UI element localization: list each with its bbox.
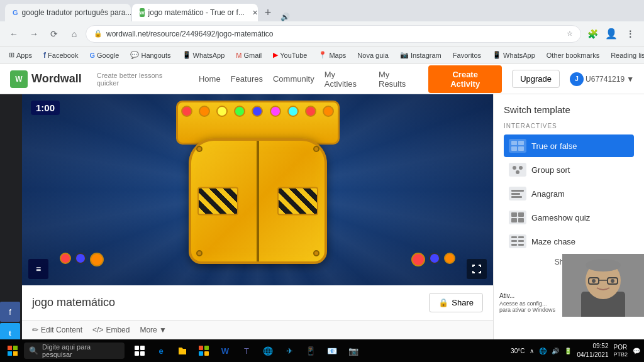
- bookmark-reading-list[interactable]: Reading list: [607, 50, 644, 60]
- whatsapp2-label: WhatsApp: [503, 52, 535, 59]
- template-gameshow-quiz[interactable]: Gameshow quiz: [504, 206, 634, 229]
- nav-home[interactable]: Home: [199, 74, 221, 84]
- lock-icon: 🔒: [94, 30, 103, 38]
- address-bar[interactable]: 🔒 wordwall.net/resource/24496492/jogo-ma…: [86, 25, 581, 43]
- webcam-overlay: [562, 254, 644, 317]
- profile-button[interactable]: 👤: [602, 25, 620, 43]
- google-label: Google: [97, 52, 119, 59]
- create-activity-button[interactable]: Create Activity: [428, 65, 502, 93]
- bookmark-hangouts[interactable]: 💬 Hangouts: [126, 50, 174, 60]
- star-icon[interactable]: ☆: [567, 30, 573, 38]
- interactives-label: INTERACTIVES: [504, 123, 634, 129]
- bookmark-maps[interactable]: 📍 Maps: [314, 50, 350, 60]
- user-id: U67741219: [586, 75, 625, 84]
- bookmark-whatsapp[interactable]: 📱 WhatsApp: [179, 50, 229, 60]
- extensions-button[interactable]: 🧩: [584, 25, 601, 43]
- template-maze-chase[interactable]: Maze chase: [504, 230, 634, 253]
- back-button[interactable]: ←: [5, 25, 23, 43]
- bookmark-apps[interactable]: ⊞ Apps: [5, 50, 36, 60]
- bookmarks-bar: ⊞ Apps f Facebook G Google 💬 Hangouts 📱 …: [0, 47, 644, 64]
- start-button[interactable]: [4, 342, 21, 359]
- game-title: jogo matemático: [32, 296, 423, 309]
- share-button[interactable]: 🔒 Share: [429, 293, 483, 312]
- template-group-sort[interactable]: Group sort: [504, 158, 634, 181]
- crown-gem-2: [199, 106, 210, 117]
- activate-windows-notice: Ativ... Acesse as config... para ativar …: [493, 288, 562, 317]
- taskbar-app-chrome[interactable]: 🌐: [258, 341, 278, 361]
- bookmark-instagram[interactable]: 📷 Instagram: [396, 50, 445, 60]
- maze-icon: [511, 236, 524, 246]
- taskbar-app-camera[interactable]: 📷: [343, 341, 364, 361]
- activate-line2: Acesse as config... para ativar o Window…: [499, 300, 556, 313]
- bookmark-other[interactable]: Other bookmarks: [543, 50, 603, 60]
- taskbar-app-store[interactable]: [194, 341, 214, 361]
- webcam-person: [562, 254, 644, 317]
- crown-gem-9: [323, 106, 334, 117]
- bookmark-nova-guia[interactable]: Nova guia: [353, 50, 392, 60]
- facebook-share-button[interactable]: f: [0, 302, 20, 322]
- tray-time[interactable]: 09:52 04/11/2021: [577, 342, 608, 359]
- door-seam: [257, 141, 259, 261]
- bookmark-youtube[interactable]: ▶ YouTube: [269, 50, 311, 60]
- svg-rect-39: [204, 346, 209, 350]
- anagram-icon: [511, 189, 524, 199]
- taskbar-app-mail[interactable]: 📧: [322, 341, 342, 361]
- template-label-group-sort: Group sort: [531, 165, 570, 175]
- tray-notification[interactable]: 💬: [633, 348, 640, 354]
- taskbar-app-task-view[interactable]: [130, 341, 150, 361]
- whatsapp-label: WhatsApp: [193, 52, 225, 59]
- game-menu-button[interactable]: ≡: [28, 259, 48, 279]
- taskbar-search[interactable]: 🔍 Digite aqui para pesquisar: [24, 343, 125, 359]
- bookmark-favoritos[interactable]: Favoritos: [449, 50, 485, 60]
- fullscreen-button[interactable]: [467, 259, 487, 279]
- menu-button[interactable]: ⋮: [621, 25, 639, 43]
- template-anagram[interactable]: Anagram: [504, 182, 634, 205]
- facebook-share-icon: f: [9, 307, 11, 317]
- user-account[interactable]: J U67741219 ▼: [570, 72, 634, 86]
- upgrade-button[interactable]: Upgrade: [512, 70, 560, 88]
- gmail-icon: M: [236, 52, 242, 59]
- hangouts-icon: 💬: [130, 51, 139, 59]
- instagram-label: Instagram: [411, 52, 441, 59]
- taskbar-app-telegram[interactable]: ✈: [279, 341, 299, 361]
- wordwall-logo[interactable]: W Wordwall: [10, 70, 82, 88]
- taskbar-app-whatsapp[interactable]: 📱: [301, 341, 321, 361]
- template-icon-maze: [509, 234, 526, 248]
- wordwall-logo-icon: W: [10, 70, 28, 88]
- lock-icon-share: 🔒: [438, 298, 448, 307]
- taskbar-search-icon: 🔍: [29, 346, 38, 355]
- tab-favicon-2: W: [140, 8, 145, 17]
- forward-button[interactable]: →: [25, 25, 43, 43]
- reload-button[interactable]: ⟳: [45, 25, 63, 43]
- nav-my-results[interactable]: My Results: [379, 70, 418, 89]
- taskbar-app-teams[interactable]: T: [236, 341, 257, 361]
- twitter-share-button[interactable]: t: [0, 323, 20, 339]
- taskbar-app-edge[interactable]: e: [151, 341, 171, 361]
- taskbar-app-explorer[interactable]: [172, 341, 192, 361]
- bookmark-whatsapp2[interactable]: 📱 WhatsApp: [489, 50, 539, 60]
- tab-close-2[interactable]: ✕: [252, 9, 258, 17]
- bottom-orbs-left: [60, 253, 104, 266]
- bookmark-google[interactable]: G Google: [86, 50, 123, 60]
- nav-my-activities[interactable]: My Activities: [325, 70, 369, 89]
- taskbar-app-word[interactable]: W: [215, 341, 235, 361]
- svg-rect-41: [204, 351, 209, 356]
- tab-google-tradutor[interactable]: G google tradutor português para... ✕: [5, 4, 131, 21]
- svg-rect-9: [511, 196, 522, 198]
- bookmark-gmail[interactable]: M Gmail: [232, 50, 265, 60]
- embed-button[interactable]: </> Embed: [92, 326, 130, 334]
- bookmark-facebook[interactable]: f Facebook: [40, 50, 82, 61]
- game-frame[interactable]: 1:00: [22, 94, 493, 285]
- edit-content-button[interactable]: ✏ Edit Content: [32, 326, 82, 334]
- tab-jogo-matematico[interactable]: W jogo matemático - True or f... ✕: [132, 4, 258, 21]
- tray-volume-icon[interactable]: 🔊: [552, 348, 559, 354]
- template-true-false[interactable]: True or false: [504, 134, 634, 157]
- new-tab-button[interactable]: +: [259, 4, 277, 21]
- svg-rect-38: [199, 346, 203, 350]
- nav-community[interactable]: Community: [273, 74, 314, 84]
- menu-icon: ≡: [36, 264, 41, 274]
- home-button[interactable]: ⌂: [65, 25, 83, 43]
- more-button[interactable]: More ▼: [140, 326, 167, 334]
- tray-chevron[interactable]: ∧: [530, 348, 534, 354]
- nav-features[interactable]: Features: [231, 74, 263, 84]
